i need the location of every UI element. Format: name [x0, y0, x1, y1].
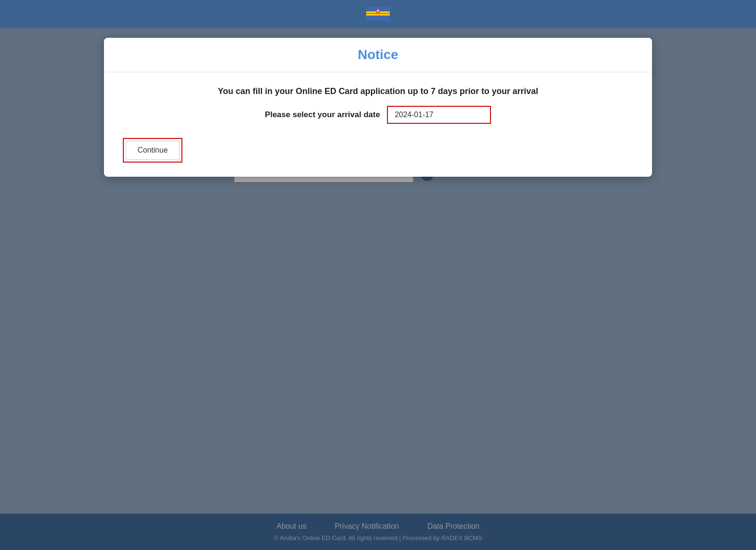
notice-text: You can fill in your Online ED Card appl… [123, 86, 633, 96]
continue-button[interactable]: Continue [126, 141, 180, 160]
page-background: cannot be considered as valid, even if r… [0, 28, 756, 550]
header [0, 0, 756, 28]
continue-button-wrapper[interactable]: Continue [123, 138, 182, 163]
modal-header: Notice [104, 38, 652, 72]
logo [366, 4, 390, 24]
modal-title: Notice [358, 47, 398, 62]
arrival-date-input[interactable] [387, 106, 491, 124]
svg-rect-2 [366, 14, 390, 16]
arrival-label: Please select your arrival date [265, 110, 380, 120]
modal-overlay: Notice You can fill in your Online ED Ca… [0, 28, 756, 550]
notice-modal: Notice You can fill in your Online ED Ca… [104, 38, 652, 177]
modal-body: You can fill in your Online ED Card appl… [104, 72, 652, 177]
arrival-date-row: Please select your arrival date [123, 106, 633, 124]
